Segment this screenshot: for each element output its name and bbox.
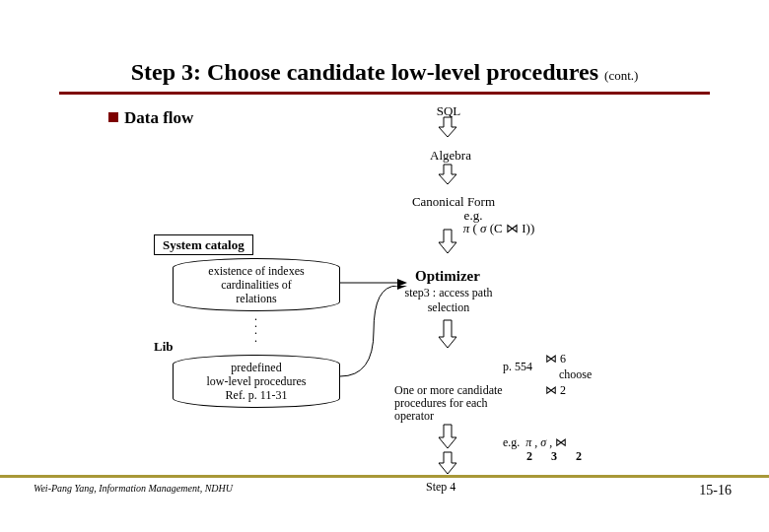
label-choose: choose xyxy=(545,366,592,382)
label-optimizer: Optimizer xyxy=(408,268,487,285)
footer-page: 15-16 xyxy=(699,483,732,499)
connector-line-lower xyxy=(340,286,409,384)
title-rule xyxy=(59,92,710,95)
label-eg2: e.g. π , σ , ⋈ xyxy=(503,435,567,450)
label-algebra: Algebra xyxy=(416,148,485,164)
eg2-label: e.g. xyxy=(503,435,520,449)
footer-author: Wei-Pang Yang, Information Management, N… xyxy=(34,483,233,494)
card-line: low-level procedures xyxy=(177,375,335,389)
title-cont: (cont.) xyxy=(604,68,638,83)
slide-title: Step 3: Choose candidate low-level proce… xyxy=(0,0,769,92)
card-line: cardinalities of xyxy=(177,279,335,293)
title-text: Step 3: Choose candidate low-level proce… xyxy=(131,59,598,85)
card-lib-procedures: predefined low-level procedures Ref. p. … xyxy=(173,355,340,408)
label-lib: Lib xyxy=(154,339,174,355)
arrow-icon xyxy=(438,229,457,254)
vertical-dots-icon: .... xyxy=(254,313,257,342)
footer-rule xyxy=(0,475,769,478)
label-optimizer-sub: step3 : access path selection xyxy=(404,286,493,315)
label-step4: Step 4 xyxy=(426,480,455,495)
bullet-data-flow: Data flow xyxy=(108,108,193,128)
card-line: predefined xyxy=(177,362,335,375)
join-choose-block: ⋈ 6 choose ⋈ 2 xyxy=(545,351,592,399)
system-catalog-header: System catalog xyxy=(154,234,253,255)
card-line: existence of indexes xyxy=(177,265,335,279)
card-line: Ref. p. 11-31 xyxy=(177,389,335,403)
label-eg-expr: π ( σ (C ⋈ I)) xyxy=(450,221,548,236)
join-2: 2 xyxy=(560,383,566,397)
card-catalog-info: existence of indexes cardinalities of re… xyxy=(173,258,340,311)
label-candidate-procs: One or more candidate procedures for eac… xyxy=(394,384,513,424)
arrow-icon xyxy=(438,164,457,185)
label-eg2-nums: 2 3 2 xyxy=(526,449,590,464)
bullet-text: Data flow xyxy=(124,108,193,127)
arrow-icon xyxy=(438,319,457,349)
join-6: 6 xyxy=(560,352,566,366)
label-p554: p. 554 xyxy=(503,360,532,374)
arrow-icon xyxy=(438,424,457,449)
arrow-icon xyxy=(438,116,457,138)
bullet-icon xyxy=(108,112,118,122)
arrow-icon xyxy=(438,451,457,475)
card-line: relations xyxy=(177,293,335,306)
